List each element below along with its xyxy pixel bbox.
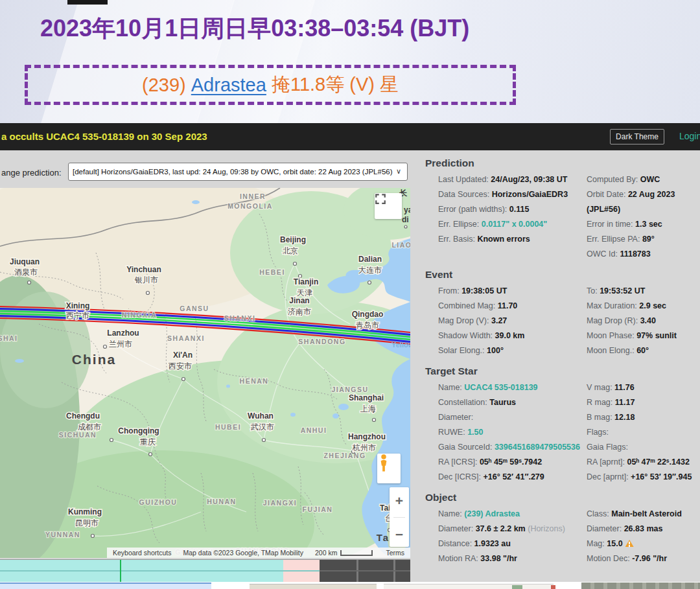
horizons-source-note: (Horizons) <box>528 524 565 533</box>
visibility-timeline[interactable] <box>0 559 410 583</box>
city-label-zh: 上海 <box>360 404 376 413</box>
detail-row: Class: Main-belt Asteroid <box>587 507 700 522</box>
province-label: HUNAN <box>207 498 236 505</box>
prediction-section: Prediction Last Updated: 24/Aug/23, 09:3… <box>415 157 700 262</box>
province-label: JIANGSU <box>331 386 368 393</box>
detail-row: Flags: <box>587 425 700 440</box>
city-label-zh: 大连市 <box>358 266 382 275</box>
detail-row: To: 19:53:52 UT <box>587 284 700 299</box>
detail-row: Diameter: <box>438 410 587 425</box>
province-label: HEBEI <box>259 268 285 276</box>
province-label: SHANDONG <box>298 338 345 345</box>
city-label-zh: 重庆 <box>140 437 156 446</box>
city-label: Kunming <box>68 507 102 516</box>
detail-row: Diameter: 26.83 mas <box>587 522 700 537</box>
detail-row: RA [aprnt]: 05ʰ 47ᵐ 22ˢ.1432 <box>587 455 700 470</box>
scale-ruler-icon <box>340 550 373 556</box>
section-title: Object <box>425 491 700 504</box>
map-attribution-bar: Keyboard shortcuts Map data ©2023 Google… <box>107 548 410 558</box>
detail-row: R mag: 11.17 <box>587 395 700 410</box>
pegman-icon <box>377 454 390 473</box>
detail-row: RUWE: 1.50 <box>438 425 587 440</box>
occultation-event-title: a occults UCAC4 535-018139 on 30 Sep 202… <box>1 131 207 142</box>
cutoff-panel-blue <box>0 583 211 589</box>
detail-row: Err. Ellipse PA: 89° <box>587 232 700 247</box>
city-label: Chongqing <box>118 426 159 435</box>
city-label-zh: 武汉市 <box>251 422 274 432</box>
zoom-in-button[interactable]: + <box>390 490 409 511</box>
city-label-zh: 昆明市 <box>75 518 99 527</box>
change-prediction-label: ange prediction: <box>1 168 62 178</box>
city-label: Jinan <box>289 296 309 305</box>
province-label: INNER <box>240 192 266 200</box>
detail-row: Shadow Width: 39.0 km <box>438 329 587 343</box>
detail-row: Name: UCAC4 535-018139 <box>438 380 587 395</box>
province-label: ANHUI <box>301 426 327 434</box>
city-label: Xi'An <box>173 351 192 360</box>
city-label: Lanzhou <box>107 329 139 338</box>
terms-link[interactable]: Terms <box>380 549 410 557</box>
city-label: Beijing <box>280 235 306 244</box>
map-zoom-control: + − <box>390 487 409 547</box>
event-subtitle-box: (239) Adrastea 掩11.8等 (V) 星 <box>25 65 516 105</box>
province-label: MONGOLIA <box>228 202 273 210</box>
scale-text: 200 km <box>315 549 337 557</box>
city-label: Qingdao <box>352 310 384 319</box>
zoom-out-button[interactable]: − <box>390 524 409 544</box>
city-label-zh: 济南市 <box>288 307 311 316</box>
hero-banner: 2023年10月1日周日早03:38–03:54 (BJT) (239) Adr… <box>0 0 700 123</box>
detail-row: Data Sources: Horizons/GaiaEDR3 <box>438 187 587 202</box>
section-title: Prediction <box>425 157 700 170</box>
city-label: Wuhan <box>248 411 274 421</box>
province-label: GUIZHOU <box>139 498 178 506</box>
sea-label-cut: Yellow <box>391 341 410 349</box>
prediction-select[interactable]: [default] Horizons/GaiaEDR3, last upd: 2… <box>68 163 408 181</box>
province-label: SHANXI <box>224 314 256 322</box>
page-header: a occults UCAC4 535-018139 on 30 Sep 202… <box>0 123 700 150</box>
event-section: Event From: 19:38:05 UT Combined Mag: 11… <box>415 268 700 358</box>
details-panel: Prediction Last Updated: 24/Aug/23, 09:3… <box>415 150 700 589</box>
city-label-zh: 北京 <box>283 246 298 255</box>
keyboard-shortcuts-link[interactable]: Keyboard shortcuts <box>107 549 177 557</box>
detail-row: Orbit Date: 22 Aug 2023 (JPL#56) <box>587 187 700 217</box>
asteroid-number: (239) <box>142 75 191 96</box>
city-label: Tianjin <box>294 277 318 286</box>
province-label: YUNNAN <box>45 531 80 538</box>
province-label: FUJIAN <box>303 505 333 513</box>
province-label: ZHEJIANG <box>323 452 366 459</box>
city-label: Hangzhou <box>348 432 386 441</box>
occultation-path-map[interactable]: INNER MONGOLIA GANSU HEBEI NINGXIA SHANX… <box>0 188 410 558</box>
detail-row: Combined Mag: 11.70 <box>438 299 587 314</box>
province-label: HENAN <box>240 377 269 385</box>
timeline-event-marker <box>120 560 121 582</box>
login-link[interactable]: Login <box>679 131 700 141</box>
divider <box>393 517 405 518</box>
detail-row: Diameter: 37.6 ± 2.2 km (Horizons) <box>438 522 587 537</box>
fullscreen-button[interactable] <box>375 193 402 219</box>
detail-row: Dec [aprnt]: +16° 53′ 19″.945 <box>587 470 700 485</box>
map-scale: 200 km <box>309 549 379 557</box>
city-label-zh: 银川市 <box>134 275 158 284</box>
detail-row: RA [ICRS]: 05ʰ 45ᵐ 59ˢ.7942 <box>438 455 587 470</box>
province-label: SHAANXI <box>167 334 205 342</box>
detail-row: OWC Id: 1118783 <box>587 247 700 262</box>
warning-icon <box>625 540 634 547</box>
detail-row: Dec [ICRS]: +16° 52′ 41″.279 <box>438 470 587 485</box>
province-label: SICHUAN <box>59 431 97 439</box>
street-view-pegman[interactable] <box>377 454 401 483</box>
dark-theme-button[interactable]: Dark Theme <box>610 129 664 144</box>
target-star-section: Target Star Name: UCAC4 535-018139 Const… <box>415 365 700 485</box>
province-label-cut: LIAO <box>391 241 410 249</box>
asteroid-link[interactable]: Adrastea <box>191 75 266 96</box>
detail-row: Distance: 1.9323 au <box>438 537 587 551</box>
detail-row: Moon Elong.: 60° <box>587 343 700 358</box>
detail-row: B mag: 12.18 <box>587 410 700 425</box>
detail-row: V mag: 11.76 <box>587 380 700 395</box>
detail-row: Err. Basis: Known errors <box>438 232 587 247</box>
province-label: HUBEI <box>215 423 241 431</box>
section-title: Event <box>425 268 700 281</box>
map-label-fragment: di <box>402 215 409 224</box>
occultation-text: 掩11.8等 (V) 星 <box>266 72 399 98</box>
city-label: Xining <box>66 301 90 310</box>
map-label-fragment: ya <box>404 205 410 214</box>
